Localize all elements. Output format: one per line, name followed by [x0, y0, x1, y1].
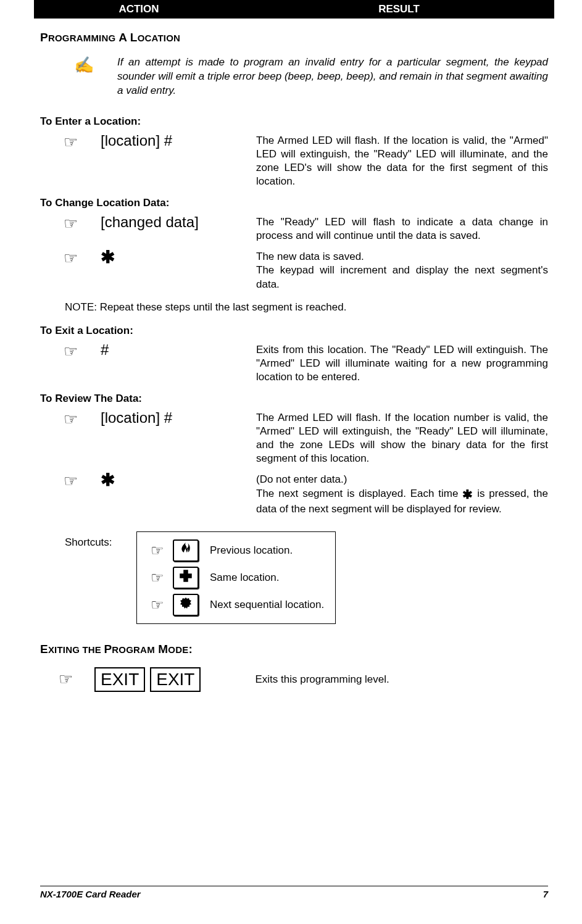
plus-icon: [173, 567, 199, 589]
header-result: RESULT: [244, 0, 554, 19]
shortcut-text: Previous location.: [210, 544, 293, 557]
heading-enter-location: To Enter a Location:: [40, 115, 548, 128]
heading-exit-location: To Exit a Location:: [40, 325, 548, 337]
note-row: ✍ If an attempt is made to program an in…: [74, 56, 548, 98]
section-programming-location: PROGRAMMING A LOCATION: [40, 31, 548, 44]
result-star-save: The new data is saved. The keypad will i…: [256, 249, 548, 291]
hand-icon: ☞: [142, 596, 173, 614]
shortcut-text: Next sequential location.: [210, 599, 324, 611]
hand-icon: ☞: [40, 133, 101, 152]
result-exit-location: Exits from this location. The "Ready" LE…: [256, 342, 548, 384]
shortcut-text: Same location.: [210, 572, 279, 584]
hand-icon: ☞: [40, 342, 101, 361]
star-key: ✱: [101, 248, 115, 267]
action-hash: #: [101, 342, 256, 358]
result-enter-location: The Armed LED will flash. If the locatio…: [256, 133, 548, 188]
footer-title: NX-1700E Card Reader: [40, 889, 141, 899]
result-review-location: The Armed LED will flash. If the locatio…: [256, 410, 548, 465]
hand-icon: ☞: [40, 249, 101, 268]
hand-icon: ☞: [40, 670, 94, 689]
shortcuts-box: ☞ Previous location. ☞ Same location. ☞ …: [136, 531, 336, 624]
action-enter-location: [location] #: [101, 133, 256, 149]
hand-icon: ☞: [142, 569, 173, 586]
table-header: ACTION RESULT: [34, 0, 554, 19]
action-review-location: [location] #: [101, 410, 256, 426]
shortcut-row: ☞ Previous location.: [142, 537, 324, 564]
star-key: ✱: [101, 470, 115, 489]
page-footer: NX-1700E Card Reader 7: [40, 886, 548, 899]
shortcuts-label: Shortcuts:: [65, 531, 136, 549]
exit-button: EXIT: [94, 667, 145, 692]
hand-icon: ☞: [142, 542, 173, 559]
heading-change-data: To Change Location Data:: [40, 197, 548, 209]
hand-icon: ☞: [40, 214, 101, 233]
section-exiting-program-mode: EXITING THE PROGRAM MODE:: [40, 643, 548, 656]
shield-icon: [173, 594, 199, 616]
result-changed-data: The "Ready" LED will flash to indicate a…: [256, 214, 548, 243]
flame-icon: [173, 539, 199, 562]
heading-review-data: To Review The Data:: [40, 393, 548, 405]
hand-icon: ☞: [40, 472, 101, 491]
note-repeat: NOTE: Repeat these steps until the last …: [65, 301, 548, 314]
note-text: If an attempt is made to program an inva…: [117, 56, 548, 98]
result-review-star: (Do not enter data.) The next segment is…: [256, 472, 548, 516]
write-icon: ✍: [74, 56, 117, 75]
hand-icon: ☞: [40, 410, 101, 429]
action-changed-data: [changed data]: [101, 214, 256, 230]
shortcut-row: ☞ Same location.: [142, 564, 324, 591]
page-number: 7: [543, 889, 548, 899]
header-action: ACTION: [34, 0, 244, 19]
shortcut-row: ☞ Next sequential location.: [142, 591, 324, 618]
result-exit-mode: Exits this programming level.: [255, 673, 548, 686]
star-icon: ✱: [462, 488, 473, 501]
exit-button: EXIT: [150, 667, 201, 692]
